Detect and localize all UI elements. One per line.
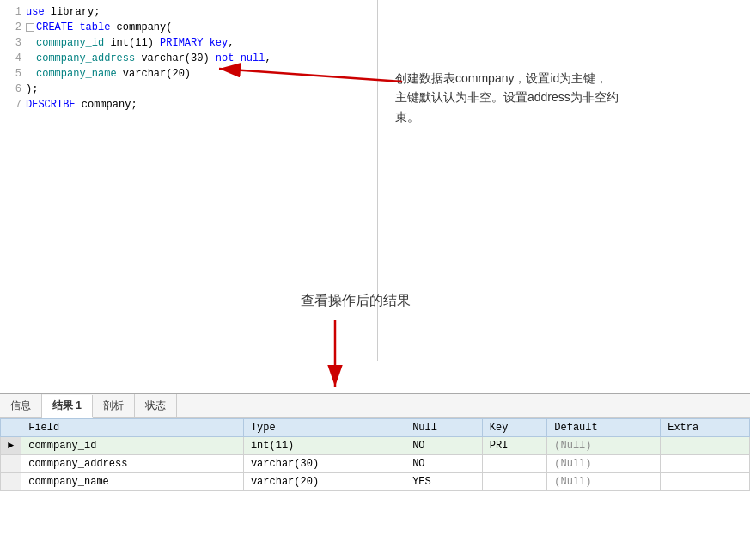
annotation-1-line2: 主键默认认为非空。设置address为非空约: [395, 90, 619, 104]
tab-status[interactable]: 状态: [135, 394, 177, 417]
col-header-rownum: [1, 419, 21, 437]
row-indicator-3: [1, 473, 21, 491]
tab-result1[interactable]: 结果 1: [42, 395, 93, 418]
col-header-extra: Extra: [661, 419, 750, 437]
cell-default-2: (Null): [547, 455, 661, 473]
cell-key-3: [482, 473, 547, 491]
fold-icon[interactable]: -: [26, 23, 34, 32]
cell-null-1: NO: [405, 437, 483, 455]
tabs-bar: 信息 结果 1 剖析 状态: [0, 394, 750, 418]
cell-key-2: [482, 455, 547, 473]
code-content: use library; -CREATE table commpany( com…: [26, 4, 271, 113]
cell-field-2: commpany_address: [21, 455, 244, 473]
table-row[interactable]: commpany_name varchar(20) YES (Null): [1, 473, 750, 491]
tab-profile[interactable]: 剖析: [93, 394, 135, 417]
cell-type-1: int(11): [243, 437, 405, 455]
annotation-1-line3: 束。: [395, 110, 419, 124]
cell-field-1: commpany_id: [21, 437, 244, 455]
col-header-field: Field: [21, 419, 244, 437]
col-header-null: Null: [405, 419, 483, 437]
cell-default-3: (Null): [547, 473, 661, 491]
code-line-5: commpany_name varchar(20): [26, 66, 271, 82]
cell-null-2: NO: [405, 455, 483, 473]
annotation-1: 创建数据表commpany，设置id为主键， 主键默认认为非空。设置addres…: [395, 69, 722, 126]
annotation-1-line1: 创建数据表commpany，设置id为主键，: [395, 71, 607, 85]
table-row[interactable]: ► commpany_id int(11) NO PRI (Null): [1, 437, 750, 455]
cell-type-2: varchar(30): [243, 455, 405, 473]
line-numbers: 1 2 3 4 5 6 7: [0, 0, 26, 113]
tab-info[interactable]: 信息: [0, 394, 42, 417]
code-line-2: -CREATE table commpany(: [26, 20, 271, 35]
result-table: Field Type Null Key Default Extra ► comm…: [0, 418, 750, 491]
cell-type-3: varchar(20): [243, 473, 405, 491]
result-table-container[interactable]: Field Type Null Key Default Extra ► comm…: [0, 418, 750, 560]
col-header-type: Type: [243, 419, 405, 437]
col-header-key: Key: [482, 419, 547, 437]
cell-field-3: commpany_name: [21, 473, 244, 491]
row-indicator-2: [1, 455, 21, 473]
row-indicator-1: ►: [1, 437, 21, 455]
table-row[interactable]: commpany_address varchar(30) NO (Null): [1, 455, 750, 473]
code-line-7: DESCRIBE commpany;: [26, 97, 271, 113]
cell-extra-2: [661, 455, 750, 473]
cell-extra-1: [661, 437, 750, 455]
cell-extra-3: [661, 473, 750, 491]
cell-null-3: YES: [405, 473, 483, 491]
annotation-2-text: 查看操作后的结果: [301, 293, 411, 307]
code-line-1: use library;: [26, 4, 271, 20]
cell-key-1: PRI: [482, 437, 547, 455]
cell-default-1: (Null): [547, 437, 661, 455]
code-line-6: );: [26, 82, 271, 97]
code-line-3: commpany_id int(11) PRIMARY key,: [26, 35, 271, 51]
annotation-2: 查看操作后的结果: [301, 292, 411, 310]
col-header-default: Default: [547, 419, 661, 437]
bottom-panel: 信息 结果 1 剖析 状态 Field Type Null Key Defaul…: [0, 393, 750, 560]
code-line-4: commpany_address varchar(30) not null,: [26, 51, 271, 66]
